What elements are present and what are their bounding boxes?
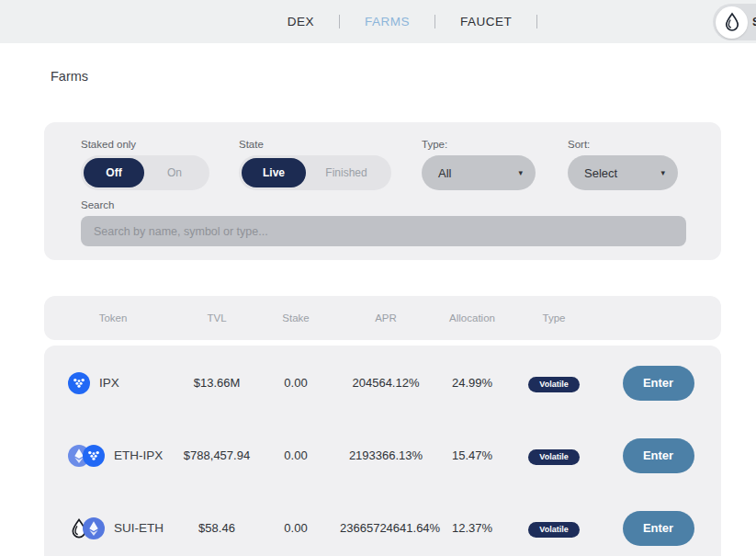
farms-table-header: Token TVL Stake APR Allocation Type [44,296,721,340]
column-header-apr: APR [340,312,432,323]
allocation-value: 12.37% [432,521,513,535]
state-toggle[interactable]: Live Finished [239,155,391,190]
main-nav: DEX FARMS FAUCET [22,0,756,43]
column-header-type: Type [513,312,595,323]
type-label: Type: [422,139,447,150]
chevron-down-icon: ▾ [660,168,665,177]
staked-only-toggle[interactable]: Off On [81,155,209,190]
token-name: ETH-IPX [114,448,163,462]
column-header-tvl: TVL [182,312,252,323]
stake-value: 0.00 [252,448,340,462]
allocation-value: 24.99% [432,376,513,390]
nav-item-farms[interactable]: FARMS [340,15,434,28]
tvl-value: $13.66M [182,376,252,390]
sui-droplet-icon [721,11,743,33]
page-title: Farms [51,69,88,84]
status-badge: Volatile [528,449,579,465]
allocation-value: 15.47% [432,448,513,462]
chevron-down-icon: ▾ [518,168,523,177]
staked-only-label: Staked only [81,139,136,150]
enter-button[interactable]: Enter [623,366,694,401]
table-row-eth-ipx[interactable]: ETH-IPX $788,457.94 0.00 2193366.13% 15.… [44,419,721,492]
state-live-option[interactable]: Live [242,158,306,187]
top-bar: DEX FARMS FAUCET S [0,0,756,43]
tvl-value: $788,457.94 [182,448,252,462]
eth-icon [83,517,105,539]
wallet-text-fragment: S [752,16,756,28]
column-header-stake: Stake [252,312,340,323]
staked-only-on-option[interactable]: On [144,158,205,187]
apr-value: 2193366.13% [340,448,432,462]
token-name: IPX [99,376,119,390]
farms-table: IPX $13.66M 0.00 204564.12% 24.99% Volat… [44,346,721,556]
nav-item-faucet[interactable]: FAUCET [435,15,536,28]
column-header-allocation: Allocation [432,312,513,323]
column-header-token: Token [44,312,182,323]
state-finished-option[interactable]: Finished [306,158,387,187]
sui-logo-circle [716,6,748,39]
state-label: State [239,139,264,150]
nav-divider [536,15,537,28]
apr-value: 204564.12% [340,376,432,390]
status-badge: Volatile [528,377,579,392]
wallet-button[interactable]: S [713,4,756,40]
token-name: SUI-ETH [114,521,164,535]
ipx-icon [83,445,105,467]
type-dropdown[interactable]: All ▾ [422,155,536,190]
sort-dropdown[interactable]: Select ▾ [568,155,678,190]
table-row-ipx[interactable]: IPX $13.66M 0.00 204564.12% 24.99% Volat… [44,346,721,419]
stake-value: 0.00 [252,521,340,535]
filters-panel: Staked only Off On State Live Finished T… [44,122,721,260]
ipx-icon [68,372,90,394]
enter-button[interactable]: Enter [623,511,694,546]
status-badge: Volatile [528,522,579,538]
sort-dropdown-value: Select [584,166,617,180]
stake-value: 0.00 [252,376,340,390]
table-row-sui-eth[interactable]: SUI-ETH $58.46 0.00 23665724641.64% 12.3… [44,492,721,556]
tvl-value: $58.46 [182,521,252,535]
apr-value: 23665724641.64% [340,521,432,535]
search-label: Search [81,199,114,210]
staked-only-off-option[interactable]: Off [84,158,144,187]
nav-item-dex[interactable]: DEX [263,15,339,28]
enter-button[interactable]: Enter [623,438,694,473]
search-input[interactable] [81,216,686,246]
sort-label: Sort: [568,139,590,150]
type-dropdown-value: All [438,166,451,180]
